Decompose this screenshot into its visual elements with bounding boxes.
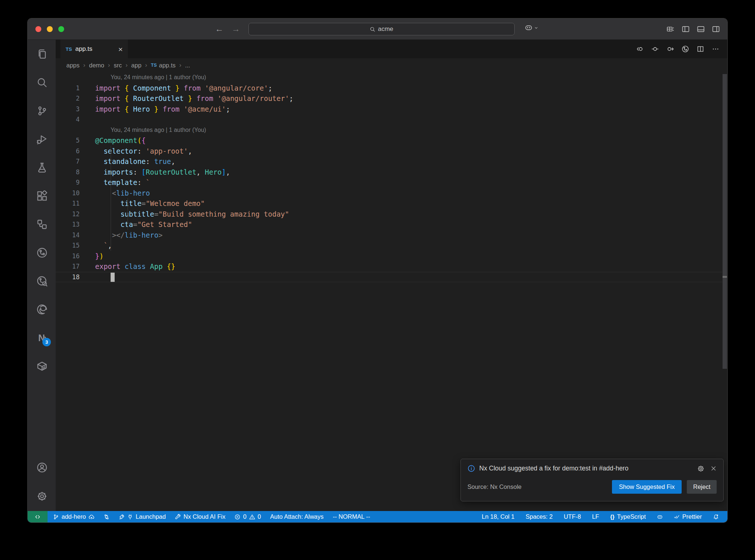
breadcrumb-item[interactable]: apps	[66, 62, 80, 69]
code-line-content: title="Welcmoe demo"	[80, 199, 205, 207]
status-label: Launchpad	[136, 513, 166, 520]
line-number: 17	[56, 263, 80, 270]
activity-item-nx-console[interactable]	[36, 247, 48, 259]
activity-item-extensions[interactable]	[36, 190, 48, 202]
status-launchpad[interactable]: Launchpad	[115, 513, 169, 520]
breadcrumb-item[interactable]: app	[131, 62, 142, 69]
status-nx-cloud-ai-fix[interactable]: Nx Cloud AI Fix	[172, 513, 229, 520]
code-line-11[interactable]: 11 title="Welcmoe demo"	[56, 198, 722, 209]
close-window-button[interactable]	[35, 26, 41, 32]
ref-forward-icon[interactable]	[667, 45, 674, 53]
status-prettier[interactable]: Prettier	[671, 513, 705, 520]
status-cursor-position[interactable]: Ln 18, Col 1	[479, 513, 518, 520]
activity-item-run-debug[interactable]	[36, 133, 48, 145]
panel-left-icon[interactable]	[682, 25, 690, 33]
code-line-17[interactable]: 17export class App {}	[56, 261, 722, 272]
status-notifications[interactable]	[710, 514, 722, 520]
activity-item-nx[interactable]: N›3	[36, 332, 48, 344]
activity-item-testing[interactable]	[36, 162, 48, 174]
status-auto-attach[interactable]: Auto Attach: Always	[267, 513, 327, 520]
edge-icon	[36, 304, 48, 315]
line-number: 8	[56, 168, 80, 176]
activity-item-containers[interactable]	[36, 360, 48, 372]
circle-dash-icon[interactable]	[651, 45, 659, 53]
breadcrumb-item[interactable]: app.ts	[159, 62, 175, 69]
line-number: 1	[56, 84, 80, 92]
command-center-search[interactable]: acme	[248, 23, 515, 35]
ellipsis-icon[interactable]	[712, 45, 719, 53]
status-problems[interactable]: 00	[231, 513, 264, 520]
minimize-window-button[interactable]	[47, 26, 53, 32]
breadcrumb-item[interactable]: ...	[185, 62, 190, 69]
reject-button[interactable]: Reject	[687, 480, 717, 494]
activity-item-edge-tools[interactable]	[36, 304, 48, 315]
code-line-content: template: `	[80, 178, 150, 186]
ts-file-icon: TS	[66, 46, 72, 52]
editor-scrollbar[interactable]	[722, 72, 727, 511]
code-line-5[interactable]: 5@Component({	[56, 135, 722, 146]
code-line-content: })	[80, 252, 104, 260]
code-line-18[interactable]: 18	[56, 272, 722, 283]
ref-back-icon[interactable]	[636, 45, 644, 53]
status-label: add-hero	[62, 513, 86, 520]
breadcrumb-separator: ›	[125, 62, 128, 69]
activity-item-explorer[interactable]	[36, 48, 48, 60]
status-language[interactable]: {}TypeScript	[607, 513, 649, 520]
line-number: 14	[56, 231, 80, 239]
tab-app-ts[interactable]: TS app.ts ×	[60, 40, 128, 58]
code-line-13[interactable]: 13 cta="Get Started"	[56, 219, 722, 230]
close-icon[interactable]	[710, 465, 717, 472]
code-line-14[interactable]: 14 ></lib-hero>	[56, 230, 722, 241]
code-line-7[interactable]: 7 standalone: true,	[56, 156, 722, 167]
panel-right-icon[interactable]	[712, 25, 720, 33]
breadcrumb-item[interactable]: src	[114, 62, 122, 69]
status-git-compare[interactable]	[100, 514, 113, 520]
nav-forward-icon[interactable]: →	[232, 24, 240, 34]
tab-close-icon[interactable]: ×	[118, 45, 123, 53]
line-number: 5	[56, 137, 80, 144]
panel-bottom-icon[interactable]	[697, 25, 705, 33]
layout-icon[interactable]	[667, 25, 675, 33]
code-editor[interactable]: You, 24 minutes ago | 1 author (You)1imp…	[56, 72, 727, 511]
code-line-4[interactable]: 4	[56, 114, 722, 125]
circle-branch-icon[interactable]	[682, 45, 689, 53]
status-vim-mode[interactable]: -- NORMAL --	[330, 513, 373, 520]
activity-item-source-control[interactable]	[36, 105, 48, 117]
breadcrumb-item[interactable]: demo	[89, 62, 104, 69]
activity-item-search[interactable]	[36, 77, 48, 88]
code-line-8[interactable]: 8 imports: [RouterOutlet, Hero],	[56, 167, 722, 178]
code-line-content: @Component({	[80, 136, 146, 144]
rocket-icon	[119, 514, 125, 520]
zoom-window-button[interactable]	[58, 26, 64, 32]
status-git-branch[interactable]: add-hero	[50, 513, 98, 520]
code-line-content: cta="Get Started"	[80, 220, 192, 228]
gear-icon[interactable]	[697, 465, 704, 472]
activity-item-references[interactable]	[36, 218, 48, 230]
warning-icon	[249, 514, 255, 520]
line-number: 10	[56, 189, 80, 197]
code-line-10[interactable]: 10 <lib-hero	[56, 188, 722, 199]
code-line-3[interactable]: 3import { Hero } from '@acme/ui';	[56, 104, 722, 115]
code-line-content: import { Component } from '@angular/core…	[80, 84, 272, 92]
show-suggested-fix-button[interactable]: Show Suggested Fix	[612, 480, 682, 494]
code-line-16[interactable]: 16})	[56, 251, 722, 262]
status-indentation[interactable]: Spaces: 2	[522, 513, 556, 520]
status-copilot[interactable]	[654, 514, 666, 520]
status-eol[interactable]: LF	[589, 513, 602, 520]
code-line-1[interactable]: 1import { Component } from '@angular/cor…	[56, 83, 722, 94]
code-line-6[interactable]: 6 selector: 'app-root',	[56, 146, 722, 157]
activity-item-accounts[interactable]	[36, 462, 48, 473]
scrollbar-thumb[interactable]	[723, 74, 727, 369]
status-encoding[interactable]: UTF-8	[560, 513, 584, 520]
code-line-9[interactable]: 9 template: `	[56, 177, 722, 188]
nav-back-icon[interactable]: ←	[215, 24, 223, 34]
activity-item-nx-console-field[interactable]	[36, 275, 48, 287]
copilot-menu[interactable]	[525, 24, 539, 32]
split-editor-icon[interactable]	[697, 45, 704, 53]
code-line-12[interactable]: 12 subtitle="Build something amazing tod…	[56, 209, 722, 220]
activity-item-settings[interactable]	[36, 490, 48, 502]
copilot-icon	[525, 24, 533, 32]
code-line-2[interactable]: 2import { RouterOutlet } from '@angular/…	[56, 93, 722, 104]
code-line-15[interactable]: 15 `,	[56, 240, 722, 251]
status-remote[interactable]	[28, 511, 48, 522]
